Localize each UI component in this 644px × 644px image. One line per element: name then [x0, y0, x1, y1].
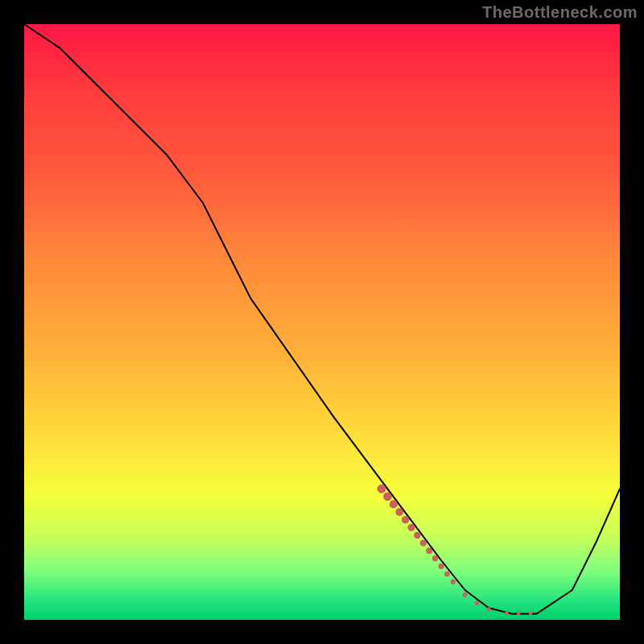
chart-stage: TheBottleneck.com [0, 0, 644, 644]
scatter-point [505, 611, 509, 615]
scatter-point [402, 516, 409, 523]
scatter-point [432, 555, 438, 561]
bottleneck-curve [24, 24, 620, 614]
scatter-point [529, 611, 533, 615]
watermark-text: TheBottleneck.com [482, 3, 638, 22]
chart-svg [24, 24, 620, 620]
scatter-point [475, 601, 479, 605]
scatter-point [390, 500, 398, 508]
scatter-point [517, 611, 521, 615]
scatter-point [487, 607, 491, 611]
scatter-point [439, 564, 444, 569]
scatter-point [426, 547, 432, 554]
scatter-point [420, 539, 427, 546]
scatter-point [414, 532, 421, 539]
scatter-point [451, 580, 456, 584]
scatter-point [378, 485, 386, 493]
highlight-scatter [378, 485, 533, 616]
scatter-point [383, 492, 392, 501]
scatter-point [444, 572, 450, 577]
scatter-point [395, 508, 403, 516]
scatter-point [407, 524, 415, 531]
scatter-point [463, 592, 468, 597]
plot-area [24, 24, 620, 620]
